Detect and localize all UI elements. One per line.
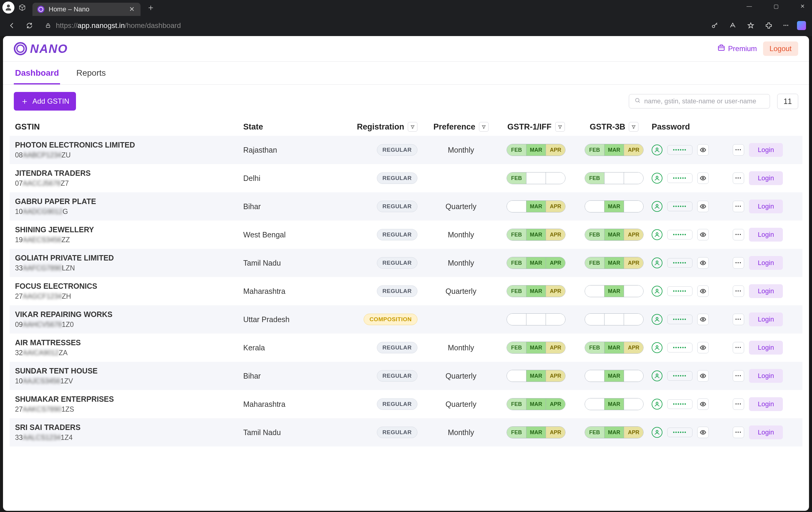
gstin-cell: SRI SAI TRADERS 33AALCS12341Z4 <box>15 423 243 442</box>
reveal-password-icon[interactable] <box>697 144 709 156</box>
col-gstin: GSTIN <box>15 122 243 132</box>
user-icon[interactable] <box>651 201 663 212</box>
row-more-icon[interactable]: ··· <box>733 398 744 410</box>
user-icon[interactable] <box>651 229 663 240</box>
workspaces-icon[interactable] <box>19 4 26 11</box>
user-icon[interactable] <box>651 144 663 155</box>
company-name: GABRU PAPER PLATE <box>15 197 243 206</box>
row-login-button[interactable]: Login <box>749 397 783 411</box>
gstin-number: 10AADCG9012G <box>15 208 243 216</box>
month-empty <box>585 370 604 382</box>
gstin-cell: VIKAR REPAIRING WORKS 09AAHCV56781Z0 <box>15 310 243 329</box>
reveal-password-icon[interactable] <box>697 257 709 269</box>
more-menu-icon[interactable]: ··· <box>781 19 791 32</box>
month-empty <box>624 398 643 410</box>
row-more-icon[interactable]: ··· <box>733 229 744 240</box>
row-more-icon[interactable]: ··· <box>733 314 744 325</box>
row-login-button[interactable]: Login <box>749 171 783 185</box>
row-more-icon[interactable]: ··· <box>733 201 744 212</box>
row-more-icon[interactable]: ··· <box>733 286 744 297</box>
logout-button[interactable]: Logout <box>763 42 798 56</box>
tab-reports[interactable]: Reports <box>75 64 107 84</box>
reveal-password-icon[interactable] <box>697 342 709 353</box>
password-mask[interactable]: •••••• <box>667 399 693 409</box>
premium-link[interactable]: Premium <box>717 44 757 53</box>
favorite-icon[interactable] <box>745 20 757 31</box>
reveal-password-icon[interactable] <box>697 229 709 240</box>
user-icon[interactable] <box>651 286 663 297</box>
gstr1-cell: MARAPR <box>495 200 577 212</box>
month-apr: APR <box>546 144 565 156</box>
gstr3b-cell: MAR <box>577 200 651 212</box>
reveal-password-icon[interactable] <box>697 314 709 325</box>
password-mask[interactable]: •••••• <box>667 428 693 437</box>
copilot-icon[interactable] <box>797 21 806 30</box>
reload-button[interactable] <box>23 20 35 31</box>
reveal-password-icon[interactable] <box>697 427 709 438</box>
tab-close-icon[interactable]: ✕ <box>126 4 138 15</box>
browser-tab[interactable]: Home – Nano ✕ <box>32 3 141 16</box>
row-more-icon[interactable]: ··· <box>733 172 744 184</box>
user-icon[interactable] <box>651 342 663 353</box>
password-mask[interactable]: •••••• <box>667 286 693 296</box>
filter-gstr1-icon[interactable] <box>555 122 565 132</box>
row-more-icon[interactable]: ··· <box>733 370 744 382</box>
user-icon[interactable] <box>651 427 663 438</box>
registration-cell: REGULAR <box>330 398 427 410</box>
address-bar[interactable]: https://app.nanogst.in/home/dashboard <box>41 19 703 32</box>
password-mask[interactable]: •••••• <box>667 145 693 155</box>
filter-gstr3b-icon[interactable] <box>629 122 638 132</box>
user-icon[interactable] <box>651 314 663 325</box>
search-box[interactable] <box>629 94 770 108</box>
tab-dashboard[interactable]: Dashboard <box>14 64 60 84</box>
user-icon[interactable] <box>651 399 663 409</box>
add-gstin-button[interactable]: ＋ Add GSTIN <box>14 92 76 111</box>
row-login-button[interactable]: Login <box>749 228 783 242</box>
password-mask[interactable]: •••••• <box>667 230 693 240</box>
close-window-button[interactable]: ✕ <box>795 0 810 12</box>
reveal-password-icon[interactable] <box>697 172 709 184</box>
row-more-icon[interactable]: ··· <box>733 144 744 156</box>
row-login-button[interactable]: Login <box>749 426 783 439</box>
password-mask[interactable]: •••••• <box>667 343 693 352</box>
password-mask[interactable]: •••••• <box>667 201 693 211</box>
reveal-password-icon[interactable] <box>697 370 709 382</box>
user-icon[interactable] <box>651 173 663 184</box>
reveal-password-icon[interactable] <box>697 201 709 212</box>
row-login-button[interactable]: Login <box>749 143 783 157</box>
user-icon[interactable] <box>651 371 663 381</box>
password-mask[interactable]: •••••• <box>667 371 693 381</box>
app-logo[interactable]: NANO <box>14 42 68 56</box>
extensions-icon[interactable] <box>763 20 775 31</box>
search-input[interactable] <box>644 97 764 105</box>
row-more-icon[interactable]: ··· <box>733 257 744 269</box>
row-more-icon[interactable]: ··· <box>733 427 744 438</box>
row-login-button[interactable]: Login <box>749 199 783 213</box>
row-login-button[interactable]: Login <box>749 256 783 270</box>
maximize-button[interactable]: ▢ <box>769 0 783 12</box>
row-login-button[interactable]: Login <box>749 284 783 298</box>
minimize-button[interactable]: — <box>742 0 757 12</box>
month-empty <box>585 398 604 410</box>
new-tab-button[interactable]: ＋ <box>147 2 155 13</box>
back-button[interactable] <box>6 20 18 31</box>
browser-chrome: Home – Nano ✕ ＋ — ▢ ✕ https://app.nanogs… <box>0 0 812 36</box>
key-icon[interactable] <box>709 20 721 31</box>
row-login-button[interactable]: Login <box>749 313 783 326</box>
password-mask[interactable]: •••••• <box>667 258 693 268</box>
row-login-button[interactable]: Login <box>749 341 783 355</box>
user-icon[interactable] <box>651 258 663 268</box>
reveal-password-icon[interactable] <box>697 398 709 410</box>
reveal-password-icon[interactable] <box>697 286 709 297</box>
month-empty <box>604 172 624 184</box>
password-mask[interactable]: •••••• <box>667 315 693 324</box>
filter-registration-icon[interactable] <box>408 122 417 132</box>
row-login-button[interactable]: Login <box>749 369 783 383</box>
svg-point-25 <box>702 431 704 433</box>
read-aloud-icon[interactable] <box>727 20 739 31</box>
plus-icon: ＋ <box>21 96 29 107</box>
profile-avatar[interactable] <box>2 1 14 14</box>
filter-preference-icon[interactable] <box>479 122 489 132</box>
password-mask[interactable]: •••••• <box>667 173 693 183</box>
row-more-icon[interactable]: ··· <box>733 342 744 353</box>
